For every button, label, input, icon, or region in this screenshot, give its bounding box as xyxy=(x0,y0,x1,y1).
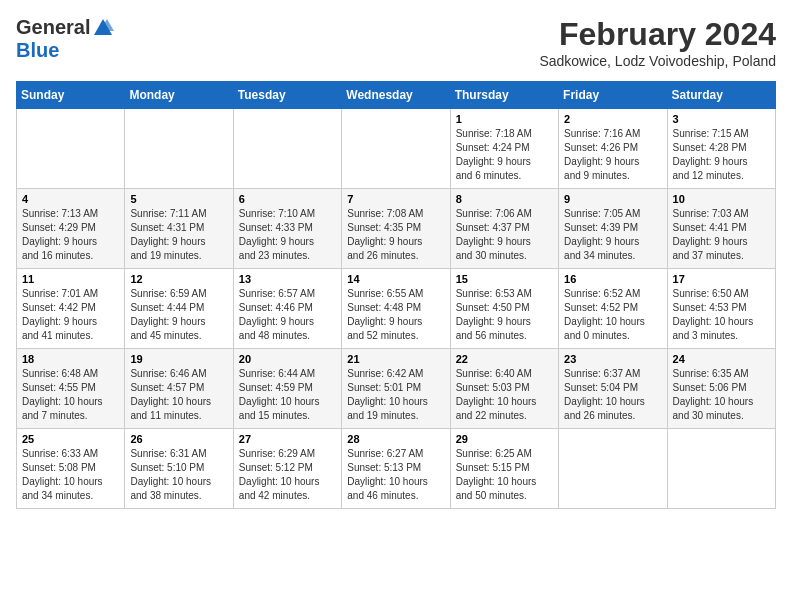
day-info: Sunrise: 6:33 AM Sunset: 5:08 PM Dayligh… xyxy=(22,447,119,503)
day-info: Sunrise: 6:44 AM Sunset: 4:59 PM Dayligh… xyxy=(239,367,336,423)
day-number: 5 xyxy=(130,193,227,205)
day-number: 20 xyxy=(239,353,336,365)
day-info: Sunrise: 6:37 AM Sunset: 5:04 PM Dayligh… xyxy=(564,367,661,423)
calendar-cell: 15Sunrise: 6:53 AM Sunset: 4:50 PM Dayli… xyxy=(450,269,558,349)
day-number: 14 xyxy=(347,273,444,285)
header-row: SundayMondayTuesdayWednesdayThursdayFrid… xyxy=(17,82,776,109)
day-info: Sunrise: 6:35 AM Sunset: 5:06 PM Dayligh… xyxy=(673,367,770,423)
day-number: 29 xyxy=(456,433,553,445)
day-number: 8 xyxy=(456,193,553,205)
day-info: Sunrise: 6:55 AM Sunset: 4:48 PM Dayligh… xyxy=(347,287,444,343)
calendar-cell: 21Sunrise: 6:42 AM Sunset: 5:01 PM Dayli… xyxy=(342,349,450,429)
calendar-cell: 18Sunrise: 6:48 AM Sunset: 4:55 PM Dayli… xyxy=(17,349,125,429)
day-number: 17 xyxy=(673,273,770,285)
day-number: 21 xyxy=(347,353,444,365)
day-info: Sunrise: 6:27 AM Sunset: 5:13 PM Dayligh… xyxy=(347,447,444,503)
day-number: 24 xyxy=(673,353,770,365)
week-row-1: 1Sunrise: 7:18 AM Sunset: 4:24 PM Daylig… xyxy=(17,109,776,189)
day-number: 12 xyxy=(130,273,227,285)
day-info: Sunrise: 6:42 AM Sunset: 5:01 PM Dayligh… xyxy=(347,367,444,423)
calendar-cell: 2Sunrise: 7:16 AM Sunset: 4:26 PM Daylig… xyxy=(559,109,667,189)
week-row-4: 18Sunrise: 6:48 AM Sunset: 4:55 PM Dayli… xyxy=(17,349,776,429)
calendar-cell xyxy=(125,109,233,189)
day-number: 16 xyxy=(564,273,661,285)
calendar-cell: 26Sunrise: 6:31 AM Sunset: 5:10 PM Dayli… xyxy=(125,429,233,509)
day-number: 1 xyxy=(456,113,553,125)
calendar-cell: 27Sunrise: 6:29 AM Sunset: 5:12 PM Dayli… xyxy=(233,429,341,509)
calendar-cell: 4Sunrise: 7:13 AM Sunset: 4:29 PM Daylig… xyxy=(17,189,125,269)
calendar-cell: 10Sunrise: 7:03 AM Sunset: 4:41 PM Dayli… xyxy=(667,189,775,269)
day-info: Sunrise: 6:59 AM Sunset: 4:44 PM Dayligh… xyxy=(130,287,227,343)
calendar-cell: 19Sunrise: 6:46 AM Sunset: 4:57 PM Dayli… xyxy=(125,349,233,429)
header-thursday: Thursday xyxy=(450,82,558,109)
day-number: 11 xyxy=(22,273,119,285)
day-info: Sunrise: 7:10 AM Sunset: 4:33 PM Dayligh… xyxy=(239,207,336,263)
week-row-3: 11Sunrise: 7:01 AM Sunset: 4:42 PM Dayli… xyxy=(17,269,776,349)
calendar-header: SundayMondayTuesdayWednesdayThursdayFrid… xyxy=(17,82,776,109)
header-sunday: Sunday xyxy=(17,82,125,109)
day-info: Sunrise: 7:15 AM Sunset: 4:28 PM Dayligh… xyxy=(673,127,770,183)
day-number: 25 xyxy=(22,433,119,445)
day-info: Sunrise: 7:06 AM Sunset: 4:37 PM Dayligh… xyxy=(456,207,553,263)
day-number: 2 xyxy=(564,113,661,125)
day-info: Sunrise: 7:11 AM Sunset: 4:31 PM Dayligh… xyxy=(130,207,227,263)
day-info: Sunrise: 6:40 AM Sunset: 5:03 PM Dayligh… xyxy=(456,367,553,423)
calendar-cell: 12Sunrise: 6:59 AM Sunset: 4:44 PM Dayli… xyxy=(125,269,233,349)
logo-blue-text: Blue xyxy=(16,39,59,62)
header-monday: Monday xyxy=(125,82,233,109)
day-info: Sunrise: 7:18 AM Sunset: 4:24 PM Dayligh… xyxy=(456,127,553,183)
week-row-2: 4Sunrise: 7:13 AM Sunset: 4:29 PM Daylig… xyxy=(17,189,776,269)
day-info: Sunrise: 7:05 AM Sunset: 4:39 PM Dayligh… xyxy=(564,207,661,263)
header-friday: Friday xyxy=(559,82,667,109)
day-info: Sunrise: 6:48 AM Sunset: 4:55 PM Dayligh… xyxy=(22,367,119,423)
calendar-cell: 11Sunrise: 7:01 AM Sunset: 4:42 PM Dayli… xyxy=(17,269,125,349)
header-saturday: Saturday xyxy=(667,82,775,109)
title-section: February 2024 Sadkowice, Lodz Voivodeshi… xyxy=(539,16,776,69)
calendar-cell: 1Sunrise: 7:18 AM Sunset: 4:24 PM Daylig… xyxy=(450,109,558,189)
day-number: 6 xyxy=(239,193,336,205)
calendar-cell: 20Sunrise: 6:44 AM Sunset: 4:59 PM Dayli… xyxy=(233,349,341,429)
day-info: Sunrise: 7:16 AM Sunset: 4:26 PM Dayligh… xyxy=(564,127,661,183)
day-info: Sunrise: 6:31 AM Sunset: 5:10 PM Dayligh… xyxy=(130,447,227,503)
calendar-cell xyxy=(667,429,775,509)
day-info: Sunrise: 6:50 AM Sunset: 4:53 PM Dayligh… xyxy=(673,287,770,343)
calendar-table: SundayMondayTuesdayWednesdayThursdayFrid… xyxy=(16,81,776,509)
day-info: Sunrise: 6:46 AM Sunset: 4:57 PM Dayligh… xyxy=(130,367,227,423)
day-number: 9 xyxy=(564,193,661,205)
day-number: 26 xyxy=(130,433,227,445)
day-info: Sunrise: 7:13 AM Sunset: 4:29 PM Dayligh… xyxy=(22,207,119,263)
calendar-cell xyxy=(233,109,341,189)
calendar-cell: 17Sunrise: 6:50 AM Sunset: 4:53 PM Dayli… xyxy=(667,269,775,349)
calendar-cell: 24Sunrise: 6:35 AM Sunset: 5:06 PM Dayli… xyxy=(667,349,775,429)
calendar-cell: 16Sunrise: 6:52 AM Sunset: 4:52 PM Dayli… xyxy=(559,269,667,349)
day-info: Sunrise: 7:08 AM Sunset: 4:35 PM Dayligh… xyxy=(347,207,444,263)
calendar-cell: 23Sunrise: 6:37 AM Sunset: 5:04 PM Dayli… xyxy=(559,349,667,429)
calendar-cell: 7Sunrise: 7:08 AM Sunset: 4:35 PM Daylig… xyxy=(342,189,450,269)
day-number: 19 xyxy=(130,353,227,365)
calendar-cell: 5Sunrise: 7:11 AM Sunset: 4:31 PM Daylig… xyxy=(125,189,233,269)
logo-icon xyxy=(92,17,114,39)
day-info: Sunrise: 7:01 AM Sunset: 4:42 PM Dayligh… xyxy=(22,287,119,343)
day-info: Sunrise: 6:25 AM Sunset: 5:15 PM Dayligh… xyxy=(456,447,553,503)
calendar-cell: 8Sunrise: 7:06 AM Sunset: 4:37 PM Daylig… xyxy=(450,189,558,269)
header: General Blue February 2024 Sadkowice, Lo… xyxy=(16,16,776,69)
logo: General Blue xyxy=(16,16,114,62)
calendar-cell: 28Sunrise: 6:27 AM Sunset: 5:13 PM Dayli… xyxy=(342,429,450,509)
calendar-cell: 14Sunrise: 6:55 AM Sunset: 4:48 PM Dayli… xyxy=(342,269,450,349)
day-info: Sunrise: 6:29 AM Sunset: 5:12 PM Dayligh… xyxy=(239,447,336,503)
day-number: 23 xyxy=(564,353,661,365)
calendar-cell xyxy=(342,109,450,189)
calendar-body: 1Sunrise: 7:18 AM Sunset: 4:24 PM Daylig… xyxy=(17,109,776,509)
subtitle: Sadkowice, Lodz Voivodeship, Poland xyxy=(539,53,776,69)
day-number: 15 xyxy=(456,273,553,285)
day-number: 18 xyxy=(22,353,119,365)
day-info: Sunrise: 6:57 AM Sunset: 4:46 PM Dayligh… xyxy=(239,287,336,343)
day-number: 27 xyxy=(239,433,336,445)
calendar-cell: 13Sunrise: 6:57 AM Sunset: 4:46 PM Dayli… xyxy=(233,269,341,349)
calendar-cell: 3Sunrise: 7:15 AM Sunset: 4:28 PM Daylig… xyxy=(667,109,775,189)
day-info: Sunrise: 6:52 AM Sunset: 4:52 PM Dayligh… xyxy=(564,287,661,343)
calendar-cell xyxy=(559,429,667,509)
week-row-5: 25Sunrise: 6:33 AM Sunset: 5:08 PM Dayli… xyxy=(17,429,776,509)
calendar-cell: 9Sunrise: 7:05 AM Sunset: 4:39 PM Daylig… xyxy=(559,189,667,269)
day-number: 10 xyxy=(673,193,770,205)
